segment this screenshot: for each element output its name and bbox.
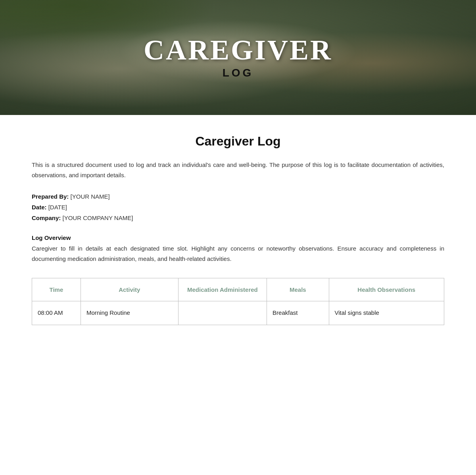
col-header-medication: Medication Administered [178, 278, 267, 301]
company-line: Company: [YOUR COMPANY NAME] [32, 213, 444, 223]
cell-medication [178, 301, 267, 325]
cell-time: 08:00 AM [32, 301, 81, 325]
company-value: [YOUR COMPANY NAME] [63, 215, 133, 221]
hero-text-container: CAREGIVER LOG [144, 36, 332, 79]
prepared-by-label: Prepared By: [32, 193, 69, 200]
company-label: Company: [32, 215, 61, 221]
main-content: Caregiver Log This is a structured docum… [0, 115, 476, 349]
col-header-time: Time [32, 278, 81, 301]
cell-health: Vital signs stable [329, 301, 444, 325]
col-header-activity: Activity [81, 278, 178, 301]
col-header-health: Health Observations [329, 278, 444, 301]
col-header-meals: Meals [267, 278, 329, 301]
prepared-by-value: [YOUR NAME] [71, 193, 110, 200]
prepared-by-line: Prepared By: [YOUR NAME] [32, 191, 444, 202]
hero-section: CAREGIVER LOG [0, 0, 476, 115]
overview-title: Log Overview [32, 234, 444, 241]
log-table: Time Activity Medication Administered Me… [32, 278, 444, 325]
date-label: Date: [32, 204, 47, 211]
table-header-row: Time Activity Medication Administered Me… [32, 278, 444, 301]
hero-subtitle: LOG [144, 67, 332, 79]
cell-activity: Morning Routine [81, 301, 178, 325]
document-title: Caregiver Log [32, 134, 444, 149]
meta-section: Prepared By: [YOUR NAME] Date: [DATE] Co… [32, 191, 444, 223]
overview-section: Log Overview Caregiver to fill in detail… [32, 234, 444, 264]
table-row: 08:00 AMMorning RoutineBreakfastVital si… [32, 301, 444, 325]
overview-text: Caregiver to fill in details at each des… [32, 243, 444, 264]
date-value: [DATE] [48, 204, 67, 211]
hero-title: CAREGIVER [144, 36, 332, 64]
cell-meals: Breakfast [267, 301, 329, 325]
intro-paragraph: This is a structured document used to lo… [32, 160, 444, 180]
date-line: Date: [DATE] [32, 202, 444, 213]
